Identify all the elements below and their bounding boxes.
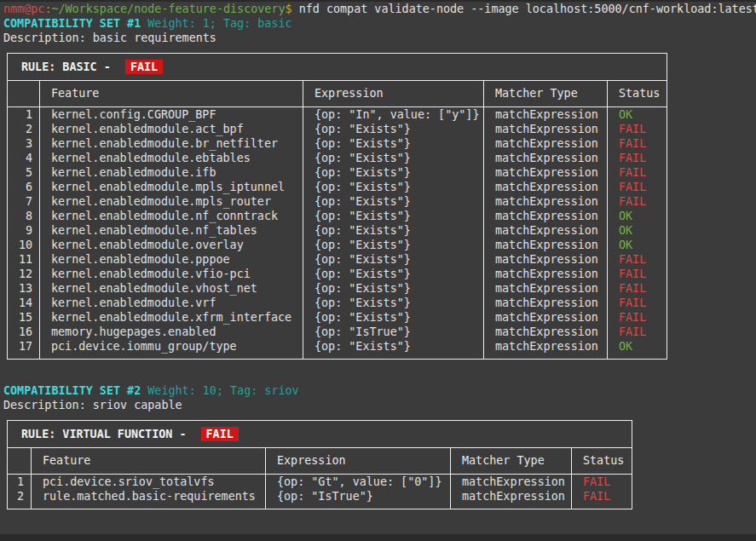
cell-feature: kernel.enabledmodule.vhost_net <box>39 281 303 296</box>
col-header-matcher: Matcher Type <box>483 81 607 106</box>
col-header-index <box>8 448 31 474</box>
cell-expression: {op: "Exists"} <box>303 122 483 136</box>
prompt-dollar: $ <box>286 3 292 15</box>
terminal-content: nmm@pc:~/Workspace/node-feature-discover… <box>0 0 756 509</box>
rule-title-row: RULE: VIRTUAL FUNCTION - FAIL <box>8 421 632 447</box>
cell-status: FAIL <box>607 325 667 339</box>
cell-status: OK <box>607 339 667 359</box>
col-header-matcher: Matcher Type <box>450 448 571 474</box>
rule-status-badge: FAIL <box>125 60 163 74</box>
cell-feature: kernel.enabledmodule.overlay <box>39 238 303 252</box>
cell-feature: kernel.enabledmodule.act_bpf <box>39 122 303 136</box>
cell-feature: pci.device.iommu_group/type <box>39 339 303 359</box>
cell-feature: kernel.enabledmodule.xfrm_interface <box>39 310 303 325</box>
table-row: 15 kernel.enabledmodule.xfrm_interface {… <box>8 310 667 325</box>
cell-matcher: matchExpression <box>483 107 607 122</box>
cell-expression: {op: "Exists"} <box>303 223 483 238</box>
cell-index: 2 <box>8 122 39 136</box>
table-row: 13 kernel.enabledmodule.vhost_net {op: "… <box>8 281 667 296</box>
cell-expression: {op: "Exists"} <box>303 310 483 325</box>
cell-status: FAIL <box>607 122 667 136</box>
cell-matcher: matchExpression <box>483 296 607 310</box>
table-header-row: Feature Expression Matcher Type Status <box>8 447 632 475</box>
cell-expression: {op: "Exists"} <box>303 267 483 281</box>
cell-feature: kernel.enabledmodule.mpls_iptunnel <box>39 180 303 194</box>
rule-title-row: RULE: BASIC - FAIL <box>8 54 667 80</box>
terminal-bottom-edge <box>0 534 756 541</box>
cell-status: FAIL <box>571 489 632 509</box>
rule-label: RULE: VIRTUAL FUNCTION - <box>21 428 193 440</box>
cell-index: 2 <box>8 489 31 509</box>
cell-feature: rule.matched.basic-requirements <box>31 489 265 509</box>
cell-status: FAIL <box>607 252 667 267</box>
cell-status: FAIL <box>571 475 632 489</box>
set-1-title: COMPATIBILITY SET #1 Weight: 1; Tag: bas… <box>0 16 756 31</box>
cell-matcher: matchExpression <box>483 180 607 194</box>
cell-expression: {op: "Exists"} <box>303 339 483 359</box>
table-row: 12 kernel.enabledmodule.vfio-pci {op: "E… <box>8 267 667 281</box>
cell-status: OK <box>607 107 667 122</box>
table-row: 8 kernel.enabledmodule.nf_conntrack {op:… <box>8 209 667 223</box>
cell-matcher: matchExpression <box>483 238 607 252</box>
table-header-row: Feature Expression Matcher Type Status <box>8 80 667 107</box>
cell-index: 17 <box>8 339 39 359</box>
table-row: 1 pci.device.sriov_totalvfs {op: "Gt", v… <box>8 475 632 489</box>
cell-status: FAIL <box>607 281 667 296</box>
table-row: 14 kernel.enabledmodule.vrf {op: "Exists… <box>8 296 667 310</box>
cell-index: 13 <box>8 281 39 296</box>
cell-matcher: matchExpression <box>483 252 607 267</box>
table-row: 17 pci.device.iommu_group/type {op: "Exi… <box>8 339 667 359</box>
cell-matcher: matchExpression <box>483 151 607 165</box>
cell-matcher: matchExpression <box>483 194 607 209</box>
table-row: 10 kernel.enabledmodule.overlay {op: "Ex… <box>8 238 667 252</box>
prompt-command: nfd compat validate-node --image localho… <box>292 3 756 15</box>
cell-index: 7 <box>8 194 39 209</box>
cell-index: 15 <box>8 310 39 325</box>
table-body: 1 kernel.config.CGROUP_BPF {op: "In", va… <box>8 107 667 359</box>
cell-expression: {op: "Exists"} <box>303 238 483 252</box>
cell-index: 1 <box>8 475 31 489</box>
cell-matcher: matchExpression <box>483 122 607 136</box>
cell-expression: {op: "Exists"} <box>303 136 483 151</box>
cell-expression: {op: "IsTrue"} <box>265 489 450 509</box>
cell-status: FAIL <box>607 296 667 310</box>
cell-feature: kernel.enabledmodule.nf_tables <box>39 223 303 238</box>
cell-status: FAIL <box>607 151 667 165</box>
cell-matcher: matchExpression <box>483 136 607 151</box>
cell-index: 3 <box>8 136 39 151</box>
table-row: 2 rule.matched.basic-requirements {op: "… <box>8 489 632 509</box>
cell-feature: kernel.config.CGROUP_BPF <box>39 107 303 122</box>
cell-index: 6 <box>8 180 39 194</box>
col-header-expression: Expression <box>303 81 483 106</box>
cell-index: 16 <box>8 325 39 339</box>
cell-expression: {op: "Exists"} <box>303 194 483 209</box>
prompt-path: ~/Workspace/node-feature-discovery <box>51 3 285 15</box>
table-row: 3 kernel.enabledmodule.br_netfilter {op:… <box>8 136 667 151</box>
col-header-expression: Expression <box>265 448 450 474</box>
cell-index: 8 <box>8 209 39 223</box>
cell-matcher: matchExpression <box>483 223 607 238</box>
cell-status: OK <box>607 223 667 238</box>
cell-status: FAIL <box>607 194 667 209</box>
cell-status: FAIL <box>607 267 667 281</box>
terminal-window[interactable]: nmm@pc:~/Workspace/node-feature-discover… <box>0 0 756 541</box>
cell-index: 12 <box>8 267 39 281</box>
cell-expression: {op: "Exists"} <box>303 151 483 165</box>
rule-status-badge: FAIL <box>201 427 239 441</box>
prompt-line: nmm@pc:~/Workspace/node-feature-discover… <box>0 2 756 16</box>
table-row: 4 kernel.enabledmodule.ebtables {op: "Ex… <box>8 151 667 165</box>
set-2-title: COMPATIBILITY SET #2 Weight: 10; Tag: sr… <box>0 383 756 398</box>
cell-expression: {op: "Exists"} <box>303 281 483 296</box>
table-row: 1 kernel.config.CGROUP_BPF {op: "In", va… <box>8 107 667 122</box>
cell-feature: kernel.enabledmodule.ebtables <box>39 151 303 165</box>
set-1-meta: Weight: 1; Tag: basic <box>141 17 291 30</box>
set-2-description: Description: sriov capable <box>0 398 756 412</box>
rule-table-virtual-function: RULE: VIRTUAL FUNCTION - FAIL Feature Ex… <box>7 420 632 509</box>
cell-feature: kernel.enabledmodule.ifb <box>39 165 303 180</box>
set-2-block: COMPATIBILITY SET #2 Weight: 10; Tag: sr… <box>0 383 756 509</box>
cell-matcher: matchExpression <box>483 165 607 180</box>
col-header-status: Status <box>607 81 667 106</box>
table-row: 2 kernel.enabledmodule.act_bpf {op: "Exi… <box>8 122 667 136</box>
col-header-feature: Feature <box>31 448 265 474</box>
table-row: 5 kernel.enabledmodule.ifb {op: "Exists"… <box>8 165 667 180</box>
